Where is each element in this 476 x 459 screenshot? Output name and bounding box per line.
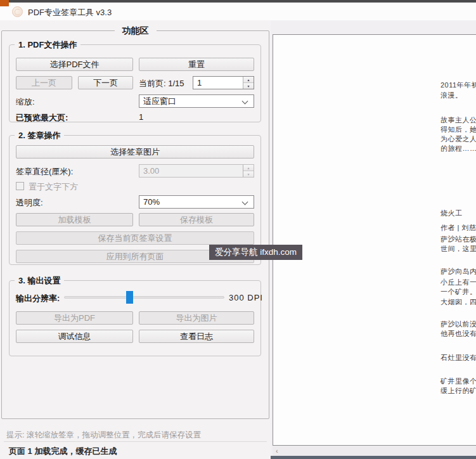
max-preview-label: 已预览最大页:: [16, 112, 68, 124]
load-template-label: 加载模板: [58, 214, 91, 226]
status-divider: [4, 441, 267, 442]
opacity-select-value: 70%: [139, 197, 254, 207]
pdf-text-line: 的旅程……: [441, 144, 476, 153]
pdf-text-line: 为心爱之人寻找: [441, 134, 476, 144]
select-signature-image-button[interactable]: 选择签章图片: [16, 145, 254, 158]
save-current-page-button[interactable]: 保存当前页签章设置: [16, 231, 254, 245]
opacity-select[interactable]: 70%: [139, 195, 254, 209]
page-number-input[interactable]: [197, 78, 235, 87]
pdf-text-line: 2011年年初，刘: [441, 81, 476, 90]
pdf-text-line: 小丘上有一个黑: [441, 278, 476, 287]
group3-title: 3. 输出设置: [15, 275, 64, 287]
reset-label: 重置: [188, 59, 205, 70]
save-current-page-label: 保存当前页签章设置: [98, 233, 172, 244]
pdf-text-line: 他再也没有吸引: [441, 329, 476, 339]
dpi-value: 300 DPI: [229, 293, 263, 302]
status-bar-text: 页面 1 加载完成，缓存已生成: [9, 446, 117, 457]
next-page-button[interactable]: 下一页: [78, 76, 133, 89]
pdf-text-layer: 2011年年初，刘浪漫。故事主人公萨沙得知后，她决定为心爱之人寻找的旅程……烧火…: [273, 35, 476, 445]
hint-text: 提示: 滚轮缩放签章，拖动调整位置，完成后请保存设置: [6, 430, 201, 441]
select-pdf-button[interactable]: 选择PDF文件: [16, 58, 133, 71]
control-region: 功能区 1. PDF文件操作 选择PDF文件 重置 上一页 下一页 当前页: 1…: [0, 20, 271, 459]
debug-info-label: 调试信息: [58, 331, 91, 342]
debug-info-button[interactable]: 调试信息: [16, 330, 133, 343]
zoom-select-value: 适应窗口: [139, 96, 254, 107]
opacity-label: 透明度:: [16, 197, 43, 209]
prev-page-label: 上一页: [32, 77, 56, 89]
watermark-text: 爱分享导航 ifxdh.com: [215, 247, 297, 258]
window-bottom-strip: [271, 456, 476, 459]
pdf-page[interactable]: 2011年年初，刘浪漫。故事主人公萨沙得知后，她决定为心爱之人寻找的旅程……烧火…: [273, 34, 476, 446]
group-pdf-operations: 1. PDF文件操作 选择PDF文件 重置 上一页 下一页 当前页: 1/15 …: [9, 44, 261, 122]
diameter-value: 3.00: [139, 166, 243, 176]
watermark-badge: 爱分享导航 ifxdh.com: [209, 245, 302, 260]
reset-button[interactable]: 重置: [139, 58, 254, 71]
current-page-label: 当前页: 1/15: [139, 78, 184, 89]
select-signature-label: 选择签章图片: [110, 146, 160, 158]
pdf-text-line: 故事主人公萨沙: [441, 115, 476, 125]
spin-down-icon[interactable]: ▼: [243, 83, 254, 89]
pdf-preview-area[interactable]: 2011年年初，刘浪漫。故事主人公萨沙得知后，她决定为心爱之人寻找的旅程……烧火…: [271, 20, 476, 459]
zoom-label: 缩放:: [16, 96, 35, 108]
page-number-spinbox[interactable]: ▲ ▼: [193, 76, 254, 89]
prev-page-button[interactable]: 上一页: [16, 76, 72, 89]
window-top-strip: [0, 0, 476, 3]
panel-header: 功能区: [115, 25, 157, 37]
group1-title: 1. PDF文件操作: [15, 39, 80, 51]
dpi-slider-track[interactable]: [64, 296, 224, 299]
window-corner-accent: [0, 0, 9, 6]
horizontal-scrollbar[interactable]: ‹: [273, 446, 476, 456]
title-bar[interactable]: PDF专业签章工具 v3.3: [0, 3, 476, 20]
pdf-text-line: 浪漫。: [441, 91, 463, 100]
zoom-select[interactable]: 适应窗口: [139, 94, 254, 108]
diameter-spin-buttons: ▲ ▼: [243, 165, 254, 177]
apply-all-pages-label: 应用到所有页面: [106, 251, 164, 262]
spin-up-icon[interactable]: ▲: [243, 77, 254, 83]
pdf-text-line: 烧火工: [441, 209, 463, 218]
page-spin-buttons: ▲ ▼: [243, 77, 254, 89]
export-pdf-button[interactable]: 导出为PDF: [16, 311, 133, 325]
pdf-text-line: 作者 | 刘慈欣: [441, 223, 476, 233]
save-template-button[interactable]: 保存模板: [139, 213, 254, 226]
pdf-text-line: 一个矿井。在小: [441, 287, 476, 297]
save-template-label: 保存模板: [180, 214, 213, 226]
pdf-text-line: 世间，这里是世界: [441, 244, 476, 254]
diameter-spinbox[interactable]: 3.00 ▲ ▼: [139, 164, 254, 178]
pdf-text-line: 矿井里像个无底: [441, 377, 476, 386]
spin-down-icon[interactable]: ▼: [243, 171, 254, 177]
diameter-label: 签章直径(厘米):: [16, 166, 73, 178]
spin-up-icon[interactable]: ▲: [243, 165, 254, 171]
export-image-label: 导出为图片: [176, 313, 217, 324]
load-template-button[interactable]: 加载模板: [16, 213, 133, 226]
group-output-settings: 3. 输出设置 输出分辨率: 300 DPI 导出为PDF 导出为图片 调试信息…: [9, 280, 261, 356]
pdf-text-line: 萨沙向岛内走去: [441, 267, 476, 276]
view-log-button[interactable]: 查看日志: [139, 330, 254, 343]
app-icon: [12, 6, 23, 17]
select-pdf-label: 选择PDF文件: [50, 59, 100, 70]
dpi-label: 输出分辨率:: [16, 293, 60, 304]
pdf-text-line: 萨沙站在极东岛: [441, 235, 476, 244]
pdf-text-line: 缓上行的矿车上: [441, 386, 476, 396]
next-page-label: 下一页: [93, 77, 118, 89]
view-log-label: 查看日志: [180, 331, 213, 342]
pdf-text-line: 石灶里没有火，: [441, 353, 476, 363]
below-text-label: 置于文字下方: [29, 181, 78, 193]
export-image-button[interactable]: 导出为图片: [139, 311, 254, 325]
group2-title: 2. 签章操作: [15, 130, 64, 141]
pdf-text-line: 萨沙以前没来过: [441, 320, 476, 329]
max-preview-value: 1: [139, 112, 143, 122]
pdf-text-line: 得知后，她决定: [441, 125, 476, 134]
scroll-left-icon[interactable]: ‹: [273, 448, 278, 455]
pdf-text-line: 大烟囱，四周都: [441, 297, 476, 307]
below-text-checkbox[interactable]: [16, 182, 24, 190]
window-title: PDF专业签章工具 v3.3: [28, 7, 112, 18]
export-pdf-label: 导出为PDF: [54, 313, 95, 324]
dpi-slider-handle[interactable]: [126, 291, 133, 304]
